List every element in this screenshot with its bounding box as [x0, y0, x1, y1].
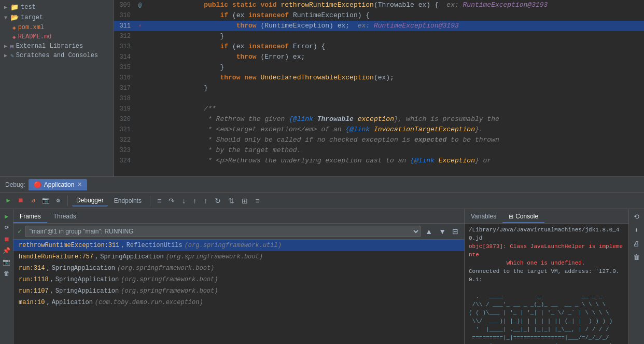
tab-endpoints[interactable]: Endpoints	[110, 196, 146, 206]
stop-button[interactable]: ⏹	[16, 196, 26, 206]
line-number-312: 312	[114, 31, 135, 42]
tree-label-extlibs: External Libraries	[16, 43, 83, 50]
thread-filter-btn[interactable]: ⊟	[451, 227, 460, 236]
console-line-4	[469, 284, 624, 292]
tab-frames[interactable]: Frames	[13, 211, 47, 223]
console-line-1: objc[3873]: Class JavaLaunchHelper is im…	[469, 242, 624, 259]
main-area: ▶ 📁 test ▼ 📂 target ◈ pom.xml ◈ README.m…	[0, 0, 644, 176]
frame-pkg-2: (org.springframework.boot)	[117, 265, 214, 272]
tree-item-extlibs[interactable]: ▶ ⊞ External Libraries	[0, 42, 114, 51]
tree-item-target[interactable]: ▼ 📂 target	[0, 12, 114, 23]
frame-method-1: handleRunFailure:757	[19, 253, 93, 260]
console-line-8: \\/ ___)| |_)| | | | | || (_| | ) ) ) )	[469, 317, 624, 325]
thread-down-btn[interactable]: ▼	[437, 227, 447, 236]
console-tab-label: Console	[515, 213, 538, 220]
toolbar-btn-trace[interactable]: ⇅	[226, 195, 237, 207]
thread-selector: ✓ "main"@1 in group "main": RUNNING ▲ ▼ …	[13, 224, 464, 240]
tree-label-pom: pom.xml	[18, 24, 44, 31]
console-icon: ⊞	[509, 213, 513, 220]
debug-run-icons: ▶ ⟳ ⏹ 📌 📷 🗑	[0, 209, 13, 344]
frame-method-0: rethrowRuntimeException:311	[19, 242, 119, 249]
file-tree: ▶ 📁 test ▼ 📂 target ◈ pom.xml ◈ README.m…	[0, 0, 114, 176]
tree-arrow-extlibs: ▶	[4, 43, 10, 49]
line-number-314: 314	[114, 52, 135, 62]
camera-button[interactable]: 📷	[40, 196, 51, 206]
frame-pkg-0: (org.springframework.util)	[185, 242, 282, 249]
side-icon-scroll-end[interactable]: ⬇	[631, 225, 642, 236]
frames-list: rethrowRuntimeException:311 , Reflection…	[13, 240, 464, 344]
code-line-317: 317 }	[114, 83, 644, 93]
frame-method-5: main:10	[19, 299, 45, 306]
frame-item-2[interactable]: run:314 , SpringApplication (org.springf…	[13, 263, 464, 274]
run-camera2-icon[interactable]: 📷	[2, 257, 12, 267]
thread-up-btn[interactable]: ▲	[424, 227, 434, 236]
lib-icon: ⊞	[10, 43, 14, 50]
toolbar-btn-step-out[interactable]: ↑	[190, 195, 199, 207]
code-editor: 309 @ public static void rethrowRuntimeE…	[114, 0, 644, 176]
line-number-324: 324	[114, 156, 135, 166]
side-icon-wrap[interactable]: ⟲	[631, 211, 642, 223]
thread-select-dropdown[interactable]: "main"@1 in group "main": RUNNING	[25, 226, 421, 237]
tree-item-readme[interactable]: ◈ README.md	[0, 32, 114, 42]
debug-panel: Debug: 🔴 Application ✕ ▶ ⏹ ↺ 📷 ⚙ Debugge…	[0, 176, 644, 344]
tab-console[interactable]: ⊞ Console	[502, 211, 544, 223]
line-gutter-311: ⚡	[135, 21, 145, 31]
frame-item-1[interactable]: handleRunFailure:757 , SpringApplication…	[13, 251, 464, 263]
app-tab-icon: 🔴	[34, 181, 41, 188]
frame-item-5[interactable]: main:10 , Application (com.toby.demo.run…	[13, 297, 464, 308]
toolbar-btn-evaluate[interactable]: ↻	[212, 195, 223, 207]
frame-class-5: Application	[52, 299, 93, 306]
side-icon-clear[interactable]: 🗑	[631, 252, 642, 263]
debug-toolbar: ▶ ⏹ ↺ 📷 ⚙ Debugger Endpoints ≡ ↷ ↓ ↑ ↑ ↻…	[0, 192, 644, 209]
tree-label-test: test	[21, 4, 36, 11]
debug-right: Variables ⊞ Console /Library/Java/JavaVi…	[465, 209, 628, 344]
frame-item-3[interactable]: run:1118 , SpringApplication (org.spring…	[13, 274, 464, 285]
debug-tab-close[interactable]: ✕	[77, 181, 82, 188]
run-step-over-icon[interactable]: ⟳	[2, 223, 12, 233]
console-line-2: Which one is undefined.	[469, 259, 624, 267]
xml-icon: ◈	[12, 24, 16, 31]
right-tabs: Variables ⊞ Console	[465, 209, 628, 224]
frame-method-2: run:314	[19, 265, 45, 272]
toolbar-btn-step-into[interactable]: ↓	[179, 195, 188, 207]
frame-item-0[interactable]: rethrowRuntimeException:311 , Reflection…	[13, 240, 464, 251]
tab-debugger[interactable]: Debugger	[72, 195, 108, 207]
line-number-309: 309	[114, 0, 135, 10]
toolbar-btn-list[interactable]: ≡	[155, 195, 164, 207]
run-pin-icon[interactable]: 📌	[2, 245, 12, 256]
line-number-311: 311	[114, 21, 135, 31]
frame-class-4: SpringApplication	[55, 287, 119, 295]
run-resume-icon[interactable]: ▶	[2, 211, 12, 222]
toolbar-btn-breakpoints[interactable]: ⊞	[239, 195, 250, 207]
run-trash-icon[interactable]: 🗑	[2, 268, 12, 279]
line-number-316: 316	[114, 73, 135, 83]
frame-method-3: run:1118	[19, 276, 49, 283]
tree-item-scratches[interactable]: ▶ ✎ Scratches and Consoles	[0, 51, 114, 60]
settings-button[interactable]: ⚙	[53, 196, 63, 206]
resume-button[interactable]: ▶	[3, 196, 13, 206]
frame-item-4[interactable]: run:1107 , SpringApplication (org.spring…	[13, 285, 464, 297]
tree-item-test[interactable]: ▶ 📁 test	[0, 2, 114, 12]
code-line-324: 324 * <p>Rethrows the underlying excepti…	[114, 156, 644, 166]
tree-label-target: target	[21, 14, 43, 21]
toolbar-btn-mute[interactable]: ≡	[253, 195, 262, 207]
debug-tab-application[interactable]: 🔴 Application ✕	[29, 179, 88, 190]
console-line-7: ( ( )\___ | '_ | '_| | '_ \/ _` | \ \ \ …	[469, 309, 624, 317]
folder-icon-target: 📂	[10, 13, 19, 22]
frame-pkg-3: (org.springframework.boot)	[121, 276, 218, 283]
run-stop-icon[interactable]: ⏹	[2, 234, 12, 244]
console-output: /Library/Java/JavaVirtualMachines/jdk1.8…	[465, 224, 628, 344]
tab-variables[interactable]: Variables	[465, 211, 502, 223]
toolbar-btn-run-to-cursor[interactable]: ↑	[201, 195, 210, 207]
side-icon-print[interactable]: 🖨	[631, 238, 642, 250]
md-icon: ◈	[12, 34, 16, 40]
console-line-11: :: Spring Boot :: (v1.5.19.RELEASE)	[469, 342, 624, 344]
tree-label-scratches: Scratches and Consoles	[16, 52, 98, 59]
tree-item-pom[interactable]: ◈ pom.xml	[0, 23, 114, 32]
frame-class-3: SpringApplication	[55, 276, 119, 283]
rerun-button[interactable]: ↺	[28, 196, 38, 206]
tab-threads[interactable]: Threads	[47, 211, 82, 223]
toolbar-btn-step-over[interactable]: ↷	[166, 195, 177, 207]
frame-pkg-1: (org.springframework.boot)	[166, 253, 263, 260]
console-line-9: ' |____| .__|_| |_|_| |_\__, | / / / /	[469, 325, 624, 334]
